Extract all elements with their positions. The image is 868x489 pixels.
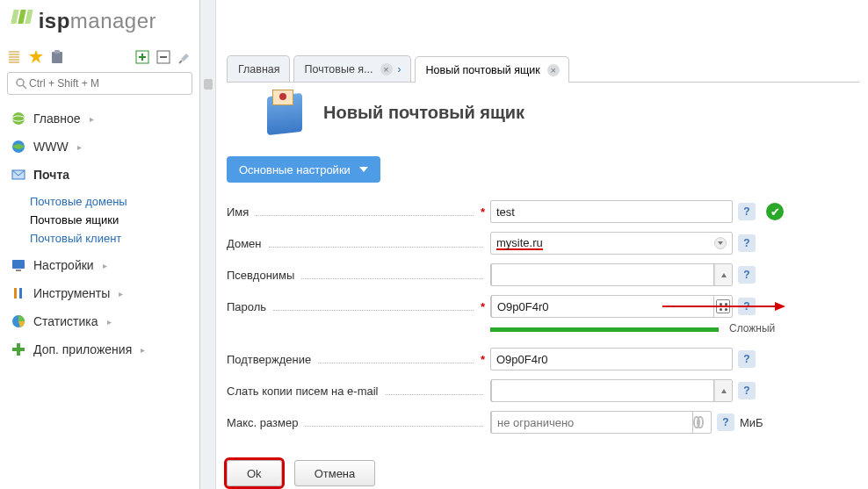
row-password: Пароль * ?	[227, 291, 859, 321]
nav-mail-boxes[interactable]: Почтовые ящики	[30, 213, 192, 227]
chevron-right-icon: ▸	[77, 142, 82, 152]
help-icon[interactable]: ?	[738, 350, 756, 368]
tab-home-label: Главная	[238, 63, 280, 76]
svg-marker-28	[775, 302, 785, 311]
select-domain-value: mysite.ru	[496, 237, 543, 250]
svg-rect-20	[12, 260, 25, 269]
row-domain: Домен mysite.ru ?	[227, 228, 859, 258]
help-icon[interactable]: ?	[738, 234, 756, 252]
nav: Главное ▸ WWW ▸ Почта Почтовые домены По…	[0, 104, 199, 364]
minus-icon[interactable]	[156, 49, 171, 65]
svg-line-13	[179, 61, 182, 63]
input-copies[interactable]	[491, 379, 714, 402]
expand-icon[interactable]	[714, 264, 732, 285]
select-domain[interactable]: mysite.ru	[490, 232, 733, 255]
clipboard-icon[interactable]	[49, 49, 65, 65]
nav-mail-client[interactable]: Почтовый клиент	[30, 232, 192, 245]
row-name: Имя * ? ✔	[227, 197, 859, 227]
list-icon[interactable]	[7, 49, 23, 65]
label-maxsize: Макс. размер	[227, 416, 298, 429]
tabbar: Главная Почтовые я... × › Новый почтовый…	[227, 54, 859, 83]
logo-light: manager	[70, 9, 156, 32]
close-icon[interactable]: ×	[547, 64, 560, 76]
row-copies: Слать копии писем на e-mail ?	[227, 376, 859, 406]
tab-mailboxes[interactable]: Почтовые я... × ›	[293, 55, 411, 82]
tab-newmailbox-label: Новый почтовый ящик	[426, 64, 540, 76]
page-title: Новый почтовый ящик	[323, 103, 524, 123]
close-icon[interactable]: ×	[380, 63, 393, 76]
ok-button[interactable]: Ok	[227, 460, 282, 486]
sidebar-toolbar	[0, 47, 199, 72]
help-icon[interactable]: ?	[738, 382, 756, 399]
button-row: Ok Отмена	[227, 460, 859, 486]
help-icon[interactable]: ?	[738, 266, 756, 284]
input-name[interactable]	[490, 200, 733, 223]
nav-mail-sub: Почтовые домены Почтовые ящики Почтовый …	[30, 195, 192, 245]
svg-rect-26	[12, 348, 25, 351]
label-domain: Домен	[227, 237, 262, 250]
input-confirm[interactable]	[490, 348, 733, 370]
nav-apps[interactable]: Доп. приложения ▸	[7, 340, 192, 359]
home-icon	[11, 111, 26, 126]
nav-main[interactable]: Главное ▸	[7, 109, 192, 128]
input-maxsize[interactable]	[491, 411, 693, 434]
chevron-down-icon	[714, 237, 727, 249]
tab-newmailbox[interactable]: Новый почтовый ящик ×	[415, 56, 569, 83]
svg-point-16	[12, 112, 25, 125]
content: Новый почтовый ящик Основные настройки И…	[227, 88, 859, 486]
required-mark: *	[481, 205, 485, 219]
help-icon[interactable]: ?	[738, 203, 756, 220]
label-aliases: Псевдонимы	[227, 269, 294, 282]
search-box[interactable]	[7, 72, 192, 95]
svg-point-14	[17, 79, 24, 86]
expand-icon[interactable]	[714, 380, 732, 401]
star-icon[interactable]	[28, 49, 44, 65]
row-password-strength: Сложный	[227, 321, 859, 335]
svg-line-15	[23, 85, 26, 89]
password-strength-bar	[490, 327, 719, 332]
arrow-hint-icon	[662, 300, 785, 313]
svg-rect-21	[16, 270, 21, 271]
main: Главная Почтовые я... × › Новый почтовый…	[200, 0, 868, 489]
tab-home[interactable]: Главная	[227, 55, 290, 82]
required-mark: *	[481, 300, 485, 313]
globe-icon	[11, 139, 26, 155]
nav-mail-domains[interactable]: Почтовые домены	[30, 195, 192, 208]
pin-icon[interactable]	[177, 49, 192, 65]
nav-settings[interactable]: Настройки ▸	[7, 255, 192, 275]
svg-marker-5	[29, 50, 43, 63]
search-icon	[13, 76, 29, 91]
chevron-down-icon	[359, 167, 368, 172]
piechart-icon	[11, 313, 26, 329]
input-copies-wrap	[490, 379, 733, 402]
input-maxsize-wrap	[490, 411, 712, 434]
nav-www-label: WWW	[33, 140, 69, 154]
nav-stats[interactable]: Статистика ▸	[7, 312, 192, 331]
nav-tools[interactable]: Инструменты ▸	[7, 284, 192, 303]
input-aliases[interactable]	[491, 263, 714, 286]
cancel-button[interactable]: Отмена	[294, 460, 376, 486]
nav-settings-label: Настройки	[33, 258, 94, 272]
search-input[interactable]	[29, 77, 186, 90]
nav-apps-label: Доп. приложения	[33, 342, 132, 356]
chevron-right-icon: ▸	[103, 261, 107, 270]
row-confirm: Подтверждение * ?	[227, 344, 859, 374]
chevron-right-icon: ›	[398, 63, 401, 76]
nav-www[interactable]: WWW ▸	[7, 137, 192, 156]
sidebar-drag[interactable]	[200, 0, 216, 489]
monitor-icon	[11, 257, 26, 273]
chevron-right-icon: ▸	[90, 114, 94, 124]
required-mark: *	[481, 353, 485, 366]
svg-rect-22	[14, 288, 17, 298]
plus-icon[interactable]	[134, 49, 150, 65]
section-toggle-label: Основные настройки	[239, 163, 351, 176]
input-aliases-wrap	[490, 263, 733, 286]
help-icon[interactable]: ?	[717, 413, 734, 431]
password-strength-label: Сложный	[729, 322, 775, 334]
tools-icon	[11, 285, 26, 301]
nav-mail[interactable]: Почта	[7, 165, 192, 184]
infinity-icon[interactable]	[693, 412, 711, 433]
svg-rect-7	[54, 50, 60, 54]
section-toggle[interactable]: Основные настройки	[227, 156, 380, 183]
chevron-right-icon: ▸	[119, 289, 123, 298]
